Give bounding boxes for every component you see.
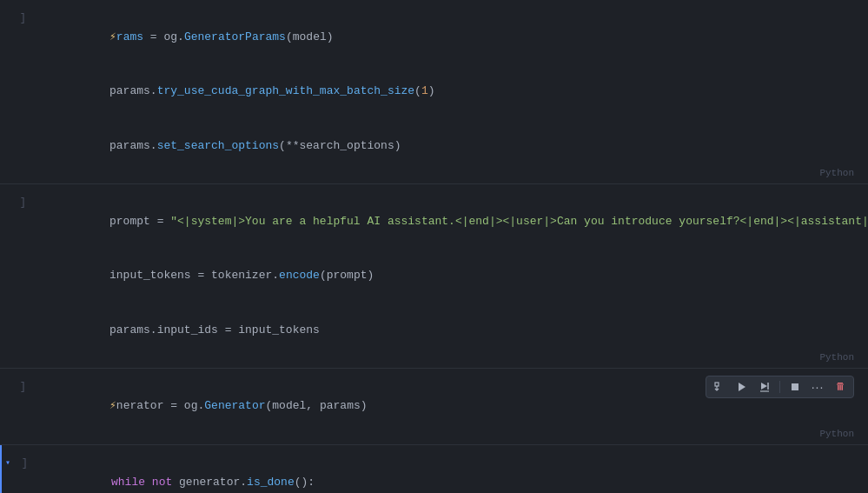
notebook-container: ] ⚡rams = og.GeneratorParams(model) para… [0,0,868,493]
cell-label-1: Python [819,168,854,178]
svg-rect-9 [838,385,839,390]
svg-rect-11 [842,385,844,390]
svg-rect-7 [838,383,843,383]
cell-1: ] ⚡rams = og.GeneratorParams(model) para… [0,0,868,184]
cell-4: ▾ ] while not generator.is_done(): gener… [0,445,868,493]
collapse-icon[interactable]: ▾ [5,457,10,468]
svg-rect-10 [839,385,841,390]
toolbar-step-into-btn[interactable] [710,378,729,396]
cell-gutter-4: ] [10,456,35,470]
svg-rect-8 [837,384,844,385]
cell-content-1: ⚡rams = og.GeneratorParams(model) params… [33,10,851,173]
toolbar-stop-btn[interactable] [785,378,805,396]
cell-gutter-3: ] [9,379,33,393]
cell-content-2: prompt = "<|system|>You are a helpful AI… [33,195,868,357]
code-line: prompt = "<|system|>You are a helpful AI… [42,195,868,249]
cell-gutter-2: ] [9,195,33,209]
svg-marker-3 [761,383,767,390]
toolbar-more-btn[interactable]: ··· [808,378,827,396]
svg-rect-6 [792,383,798,390]
code-line: input_tokens = tokenizer.encode(prompt) [42,250,868,303]
code-line: ⚡rams = og.GeneratorParams(model) [42,10,851,64]
code-line: params.try_use_cuda_graph_with_max_batch… [42,64,851,118]
cell-label-2: Python [819,352,854,363]
toolbar-run-btn[interactable] [732,378,752,396]
code-line-while: while not generator.is_done(): [43,456,851,493]
toolbar-delete-btn[interactable] [831,378,850,396]
toolbar-divider [779,381,780,393]
toolbar-run-next-btn[interactable] [755,378,774,396]
cell-label-3: Python [819,429,854,439]
cell-content-4: while not generator.is_done(): generator… [35,456,851,493]
cell-toolbar: ··· [706,376,854,398]
cell-3: ] ⚡nerator = og.Generator(model, params)… [0,369,868,444]
code-line: params.set_search_options(**search_optio… [42,119,851,173]
cell-2: ] prompt = "<|system|>You are a helpful … [0,184,868,369]
cell-gutter-1: ] [9,10,33,24]
svg-rect-0 [715,383,719,386]
svg-marker-2 [739,383,745,391]
code-line: params.input_ids = input_tokens [42,303,868,357]
